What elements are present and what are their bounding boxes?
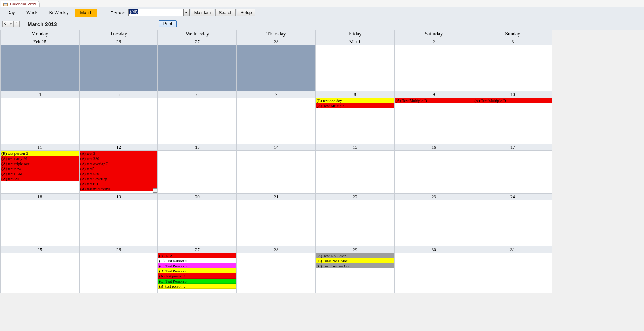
nav-prev-button[interactable]: < — [2, 21, 8, 27]
calendar-event[interactable]: (B) Test Person 2 — [158, 268, 236, 273]
date-header[interactable]: 10 — [473, 91, 552, 98]
day-cell[interactable] — [79, 253, 158, 293]
day-cell[interactable]: (A) Test Multiple D — [395, 98, 473, 144]
date-header[interactable]: 22 — [316, 194, 395, 200]
day-cell[interactable] — [0, 253, 79, 293]
calendar-event[interactable]: (B) test person 2 — [158, 284, 236, 289]
date-header[interactable]: 30 — [395, 246, 473, 253]
calendar-event[interactable]: (A) Test Multiple D — [473, 98, 552, 103]
view-month-button[interactable]: Month — [75, 9, 97, 17]
day-cell[interactable] — [0, 98, 79, 144]
day-cell[interactable] — [79, 98, 158, 144]
chevron-down-icon[interactable]: ▾ — [183, 9, 189, 16]
date-header[interactable]: 2 — [395, 38, 473, 45]
calendar-event[interactable]: (A) test triple ove — [1, 161, 79, 166]
date-header[interactable]: 6 — [158, 91, 237, 98]
calendar-event[interactable]: (A) test1-5M — [1, 171, 79, 176]
calendar-event[interactable]: (A) Test Multiple D — [316, 103, 394, 108]
date-header[interactable]: 11 — [0, 144, 79, 151]
view-biweekly-button[interactable]: Bi-Weekly — [44, 9, 74, 17]
day-cell[interactable]: (A) test 3(A) test 330(A) test overlap 2… — [79, 151, 158, 194]
day-cell[interactable] — [316, 200, 395, 246]
date-header[interactable]: 23 — [395, 194, 473, 200]
day-cell[interactable] — [79, 200, 158, 246]
date-header[interactable]: 8 — [316, 91, 395, 98]
date-header[interactable]: Mar 1 — [316, 38, 395, 45]
day-cell[interactable] — [316, 45, 395, 91]
day-cell[interactable] — [316, 151, 395, 194]
calendar-event[interactable]: (A) test5 — [80, 166, 158, 171]
date-header[interactable]: 9 — [395, 91, 473, 98]
calendar-event[interactable]: (A) test 330 — [80, 156, 158, 161]
day-cell[interactable] — [158, 98, 237, 144]
setup-button[interactable]: Setup — [237, 9, 255, 16]
day-cell[interactable]: (A) Test No Color(B) Teset No Color(C) T… — [316, 253, 395, 293]
date-header[interactable]: 7 — [237, 91, 316, 98]
day-cell[interactable] — [237, 151, 316, 194]
date-header[interactable]: 17 — [473, 144, 552, 151]
date-header[interactable]: 12 — [79, 144, 158, 151]
date-header[interactable]: 26 — [79, 246, 158, 253]
view-week-button[interactable]: Week — [21, 9, 42, 17]
calendar-event[interactable]: (B) test one day — [316, 98, 394, 103]
day-cell[interactable]: (A) Test Multiple D — [473, 98, 552, 144]
date-header[interactable]: 24 — [473, 194, 552, 200]
day-cell[interactable] — [473, 45, 552, 91]
day-cell[interactable] — [473, 253, 552, 293]
day-cell[interactable] — [473, 151, 552, 194]
date-header[interactable]: 28 — [237, 38, 316, 45]
date-header[interactable]: 19 — [79, 194, 158, 200]
date-header[interactable]: 14 — [237, 144, 316, 151]
day-cell[interactable] — [395, 151, 473, 194]
date-header[interactable]: 15 — [316, 144, 395, 151]
tab-calendar-view[interactable]: Calendar View — [1, 1, 40, 7]
date-header[interactable]: 26 — [79, 38, 158, 45]
day-cell[interactable] — [473, 200, 552, 246]
day-cell[interactable] — [395, 45, 473, 91]
day-cell[interactable] — [395, 200, 473, 246]
day-cell[interactable] — [0, 45, 79, 91]
calendar-event[interactable]: (A) test overlap 2 — [80, 161, 158, 166]
calendar-event[interactable]: (A) testTu1 — [80, 181, 158, 186]
calendar-event[interactable]: (A) test2 overlap — [80, 176, 158, 181]
calendar-event[interactable]: (A) test person 1 — [158, 273, 236, 279]
date-header[interactable]: 21 — [237, 194, 316, 200]
calendar-event[interactable]: (C) Test Person 3 — [158, 279, 236, 284]
day-cell[interactable] — [237, 45, 316, 91]
date-header[interactable]: 13 — [158, 144, 237, 151]
person-select[interactable]: (All) ▾ — [128, 9, 190, 16]
day-cell[interactable] — [237, 98, 316, 144]
date-header[interactable]: 31 — [473, 246, 552, 253]
calendar-event[interactable]: (A) test mid overla — [80, 186, 158, 191]
date-header[interactable]: Feb 25 — [0, 38, 79, 45]
day-cell[interactable] — [158, 151, 237, 194]
date-header[interactable]: 5 — [79, 91, 158, 98]
date-header[interactable]: 27 — [158, 246, 237, 253]
day-cell[interactable]: (B) test person 2(A) test early M(A) tes… — [0, 151, 79, 194]
day-cell[interactable] — [237, 200, 316, 246]
calendar-event[interactable]: (A) test new — [1, 166, 79, 171]
search-button[interactable]: Search — [215, 9, 236, 16]
calendar-event[interactable]: (A) test 3 — [80, 151, 158, 156]
calendar-event[interactable]: (C) Test Person 3 — [158, 263, 236, 268]
calendar-event[interactable]: (A) Test No Color — [316, 253, 394, 258]
calendar-event[interactable]: (D) Test Person 4 — [158, 258, 236, 263]
date-header[interactable]: 28 — [237, 246, 316, 253]
nav-next-button[interactable]: > — [8, 21, 14, 27]
day-cell[interactable]: (B) test one day(A) Test Multiple D — [316, 98, 395, 144]
calendar-event[interactable]: (A) Test Multiple D — [395, 98, 473, 103]
calendar-event[interactable]: (B) Teset No Color — [316, 258, 394, 263]
calendar-event[interactable]: (A) test 530 — [80, 171, 158, 176]
date-header[interactable]: 4 — [0, 91, 79, 98]
date-header[interactable]: 27 — [158, 38, 237, 45]
view-day-button[interactable]: Day — [2, 9, 20, 17]
date-header[interactable]: 16 — [395, 144, 473, 151]
day-cell[interactable]: (A) N/A(D) Test Person 4(C) Test Person … — [158, 253, 237, 293]
maintain-button[interactable]: Maintain — [191, 9, 214, 16]
day-cell[interactable] — [79, 45, 158, 91]
calendar-event[interactable]: (A) test early M — [1, 156, 79, 161]
day-cell[interactable] — [0, 200, 79, 246]
calendar-event[interactable]: (B) test person 2 — [1, 151, 79, 156]
calendar-event[interactable]: (C) Test Custom Col — [316, 263, 394, 268]
print-button[interactable]: Print — [159, 20, 177, 27]
